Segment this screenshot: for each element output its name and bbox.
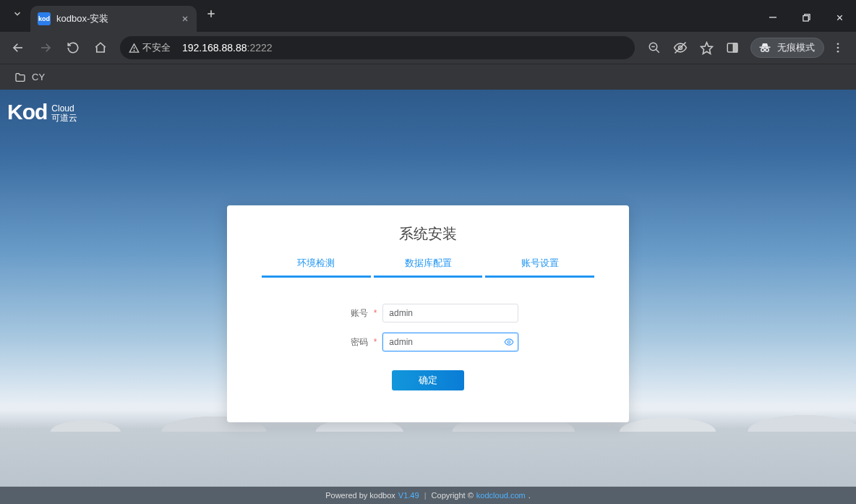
footer-prefix: Powered by kodbox [325,491,395,500]
svg-point-22 [766,48,769,52]
footer-version-link[interactable]: V1.49 [398,491,419,500]
account-label: 账号 [338,307,368,320]
panel-icon[interactable] [720,35,745,60]
reload-button[interactable] [61,35,85,60]
maximize-button[interactable] [789,3,823,32]
password-input[interactable] [382,333,518,351]
submit-button[interactable]: 确定 [392,370,464,390]
install-card: 系统安装 环境检测 数据库配置 账号设置 账号 * 密码 * 确 [227,205,629,422]
security-label: 不安全 [142,41,171,54]
svg-point-21 [761,48,765,52]
page-footer: Powered by kodbox V1.49 | Copyright © ko… [0,487,856,504]
bookmark-star-icon[interactable] [694,35,719,60]
password-label: 密码 [338,336,368,349]
brand-logo: Kod Cloud 可道云 [7,100,77,124]
tab-title: kodbox-安装 [56,12,175,25]
warning-icon [129,43,140,54]
card-title: 系统安装 [227,224,629,244]
account-input[interactable] [382,304,518,323]
folder-icon [14,72,26,83]
svg-point-25 [837,43,839,45]
window-controls [756,3,856,32]
incognito-label: 无痕模式 [777,41,815,54]
menu-button[interactable] [826,35,850,60]
close-window-button[interactable] [823,3,856,32]
incognito-chip[interactable]: 无痕模式 [750,38,824,58]
step-account-setup[interactable]: 账号设置 [485,257,594,278]
step-db-config[interactable]: 数据库配置 [374,257,483,278]
eye-off-icon[interactable] [668,35,693,60]
bookmark-cy[interactable]: CY [10,69,49,86]
step-env-check[interactable]: 环境检测 [262,257,371,278]
minimize-button[interactable] [756,3,789,32]
tabs-dropdown-button[interactable] [7,4,27,24]
incognito-icon [758,41,771,54]
browser-toolbar: 不安全 192.168.88.88:2222 无痕模式 [0,32,856,64]
browser-tab[interactable]: kod kodbox-安装 [30,6,197,32]
url-text: 192.168.88.88:2222 [178,42,273,54]
svg-rect-5 [803,15,808,20]
window-titlebar: kod kodbox-安装 [0,0,856,32]
bookmarks-bar: CY [0,64,856,90]
svg-point-28 [508,341,511,343]
security-chip[interactable]: 不安全 [123,41,178,54]
logo-cloud: Cloud [51,104,77,114]
required-mark: * [374,337,377,347]
required-mark: * [374,308,377,318]
svg-rect-20 [734,43,737,52]
new-tab-button[interactable] [205,8,217,20]
step-tabs: 环境检测 数据库配置 账号设置 [227,257,629,278]
svg-marker-17 [701,42,712,54]
account-form: 账号 * 密码 * 确定 [227,304,629,390]
footer-copyright: Copyright © [432,491,474,500]
svg-point-27 [837,51,839,53]
favicon-icon: kod [38,12,51,25]
close-tab-button[interactable] [181,14,189,23]
address-bar[interactable]: 不安全 192.168.88.88:2222 [120,36,635,59]
footer-suffix: . [528,491,531,500]
footer-sep: | [422,491,429,500]
logo-main: Kod [7,100,47,124]
logo-chinese: 可道云 [51,114,77,123]
footer-site-link[interactable]: kodcloud.com [476,491,526,500]
forward-button[interactable] [33,35,58,60]
svg-line-13 [656,49,659,53]
home-button[interactable] [88,35,113,60]
svg-point-11 [134,50,134,51]
zoom-icon[interactable] [642,35,667,60]
page-content: Kod Cloud 可道云 系统安装 环境检测 数据库配置 账号设置 账号 * … [0,90,856,504]
eye-icon[interactable] [504,337,514,347]
svg-point-26 [837,47,839,49]
bookmark-label: CY [32,72,45,82]
back-button[interactable] [6,35,30,60]
